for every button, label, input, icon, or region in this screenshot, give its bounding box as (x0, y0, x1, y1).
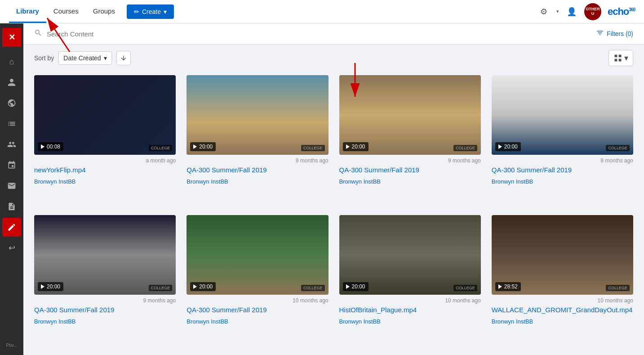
card-title: QA-300 Summer/Fall 2019 (187, 306, 328, 315)
tab-groups[interactable]: Groups (86, 0, 122, 23)
media-thumbnail: 20:00 COLLEGE (187, 75, 328, 155)
search-input-wrap (34, 29, 596, 39)
card-author: Bronwyn InstBB (339, 178, 481, 185)
card-time-ago: 9 months ago (34, 297, 176, 304)
media-card[interactable]: 28:52 COLLEGE 10 months ago WALLACE_AND_… (492, 215, 633, 344)
play-icon (193, 144, 197, 149)
duration-label: 20:00 (352, 283, 365, 290)
college-badge: COLLEGE (149, 285, 173, 291)
duration-label: 00:08 (47, 144, 60, 150)
card-title: WALLACE_AND_GROMIT_GrandDayOut.mp4 (492, 306, 633, 315)
chevron-down-icon: ▾ (164, 8, 167, 15)
card-time-ago: 10 months ago (339, 297, 481, 304)
echo-logo: echo360 (608, 6, 635, 18)
sort-chevron-icon: ▾ (104, 54, 107, 62)
sidebar-item-list[interactable] (2, 114, 21, 133)
media-card[interactable]: 20:00 COLLEGE 9 months ago QA-300 Summer… (34, 215, 176, 344)
sort-select-dropdown[interactable]: Date Created ▾ (58, 51, 111, 65)
media-card[interactable]: 20:00 COLLEGE 10 months ago HistOfBritai… (339, 215, 481, 344)
card-author: Bronwyn InstBB (34, 318, 176, 325)
duration-label: 20:00 (199, 144, 213, 150)
card-author: Bronwyn InstBB (339, 318, 481, 325)
card-author: Bronwyn InstBB (187, 318, 328, 325)
duration-label: 28:52 (504, 283, 518, 290)
college-badge: COLLEGE (301, 285, 325, 291)
media-thumbnail: 20:00 COLLEGE (34, 215, 176, 295)
search-icon (34, 29, 42, 39)
media-card[interactable]: 20:00 COLLEGE 9 months ago QA-300 Summer… (492, 75, 633, 204)
play-badge: 28:52 (495, 282, 521, 291)
duration-label: 20:00 (47, 283, 60, 290)
settings-dropdown-icon[interactable]: ▾ (556, 9, 559, 14)
play-icon (41, 284, 44, 289)
sort-by-label: Sort by (34, 54, 54, 62)
filter-icon (596, 29, 604, 39)
college-badge: COLLEGE (606, 145, 630, 151)
card-time-ago: 10 months ago (492, 297, 633, 304)
sidebar-item-mail[interactable] (2, 176, 21, 195)
media-thumbnail: 20:00 COLLEGE (492, 75, 633, 155)
play-badge: 20:00 (190, 282, 216, 291)
media-card[interactable]: 20:00 COLLEGE 9 months ago QA-300 Summer… (187, 75, 328, 204)
card-title: QA-300 Summer/Fall 2019 (339, 166, 481, 175)
sidebar-item-person[interactable] (2, 73, 21, 92)
tab-library[interactable]: Library (9, 0, 46, 23)
play-icon (346, 144, 350, 149)
card-time-ago: 9 months ago (339, 157, 481, 164)
sort-direction-button[interactable] (116, 51, 131, 65)
card-author: Bronwyn InstBB (492, 178, 633, 185)
play-icon (498, 284, 502, 289)
content-area: Filters (0) Sort by Date Created ▾ ▾ (23, 23, 644, 355)
play-badge: 20:00 (190, 142, 216, 151)
sidebar-item-edit[interactable] (2, 218, 21, 237)
card-time-ago: 9 months ago (492, 157, 633, 164)
card-title: QA-300 Summer/Fall 2019 (34, 306, 176, 315)
card-author: Bronwyn InstBB (34, 178, 176, 185)
main-layout: ✕ ⌂ ↩ Priv... (0, 23, 644, 355)
sidebar-item-back[interactable]: ↩ (2, 238, 21, 257)
media-card[interactable]: 20:00 COLLEGE 9 months ago QA-300 Summer… (339, 75, 481, 204)
card-time-ago: a month ago (34, 157, 176, 164)
close-sidebar-button[interactable]: ✕ (2, 28, 21, 47)
tab-courses[interactable]: Courses (46, 0, 86, 23)
card-author: Bronwyn InstBB (492, 318, 633, 325)
card-time-ago: 10 months ago (187, 297, 328, 304)
sidebar: ✕ ⌂ ↩ Priv... (0, 23, 23, 355)
play-icon (41, 144, 44, 149)
search-input[interactable] (47, 30, 182, 38)
media-thumbnail: 20:00 COLLEGE (339, 215, 481, 295)
college-badge: COLLEGE (453, 145, 477, 151)
media-thumbnail: 20:00 COLLEGE (187, 215, 328, 295)
sidebar-privacy-label: Priv... (6, 340, 18, 351)
sidebar-item-home[interactable]: ⌂ (2, 52, 21, 71)
media-card[interactable]: 20:00 COLLEGE 10 months ago QA-300 Summe… (187, 215, 328, 344)
card-author: Bronwyn InstBB (187, 178, 328, 185)
sidebar-item-calendar[interactable] (2, 156, 21, 175)
sidebar-item-document[interactable] (2, 197, 21, 216)
search-bar: Filters (0) (23, 23, 644, 45)
media-card[interactable]: 00:08 COLLEGE a month ago newYorkFlip.mp… (34, 75, 176, 204)
create-button[interactable]: ✏ Create ▾ (127, 4, 174, 19)
media-thumbnail: 00:08 COLLEGE (34, 75, 176, 155)
play-badge: 20:00 (38, 282, 63, 291)
view-chevron-icon: ▾ (624, 53, 628, 63)
college-badge: COLLEGE (453, 285, 477, 291)
play-badge: 20:00 (495, 142, 521, 151)
university-logo: OTHER U (584, 3, 601, 20)
college-badge: COLLEGE (149, 145, 173, 151)
top-navigation: Library Courses Groups ✏ Create ▾ ⚙ ▾ 👤 … (0, 0, 644, 23)
college-badge: COLLEGE (606, 285, 630, 291)
nav-right-section: ⚙ ▾ 👤 OTHER U echo360 (537, 3, 635, 20)
play-badge: 20:00 (343, 142, 369, 151)
settings-icon[interactable]: ⚙ (537, 5, 550, 18)
card-title: QA-300 Summer/Fall 2019 (187, 166, 328, 175)
media-thumbnail: 28:52 COLLEGE (492, 215, 633, 295)
nav-tabs: Library Courses Groups ✏ Create ▾ (9, 0, 174, 23)
user-avatar-icon[interactable]: 👤 (565, 5, 578, 18)
sort-bar: Sort by Date Created ▾ ▾ (23, 45, 644, 72)
filters-button[interactable]: Filters (0) (596, 29, 633, 39)
view-toggle-button[interactable]: ▾ (608, 50, 633, 66)
sidebar-item-globe[interactable] (2, 94, 21, 112)
play-icon (346, 284, 350, 289)
sidebar-item-group[interactable] (2, 135, 21, 154)
